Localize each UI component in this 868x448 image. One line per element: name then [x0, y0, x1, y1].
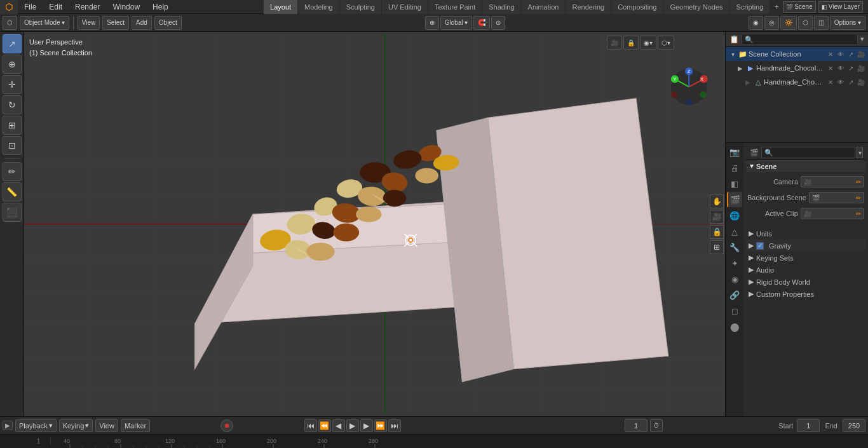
render-properties-icon[interactable]: 📷: [727, 144, 742, 160]
menu-edit[interactable]: Edit: [43, 0, 69, 14]
playback-button[interactable]: Playback ▾: [15, 419, 57, 432]
viewport[interactable]: X Y Z User Perspective: [24, 32, 725, 416]
keying-sets-collapsible[interactable]: ▶ Keying Sets: [746, 252, 865, 264]
record-button[interactable]: ⏺: [220, 419, 233, 432]
outliner-search-input[interactable]: [742, 34, 858, 45]
audio-collapsible[interactable]: ▶ Audio: [746, 264, 865, 276]
viewport-quad-view[interactable]: ⊞: [710, 240, 724, 254]
options-button[interactable]: Options ▾: [830, 16, 865, 30]
marker-button[interactable]: Marker: [121, 419, 150, 432]
start-frame-input[interactable]: 1: [797, 419, 820, 432]
viewport-shading-material[interactable]: ◎: [764, 16, 779, 30]
viewport-lock-view[interactable]: 🔒: [710, 225, 724, 239]
view-layer-selector[interactable]: ◧ View Layer: [818, 1, 863, 13]
data-properties-icon[interactable]: ◻: [727, 303, 742, 318]
play-button[interactable]: ▶: [346, 419, 359, 432]
tab-scripting[interactable]: Scripting: [730, 0, 770, 14]
units-collapsible[interactable]: ▶ Units: [746, 227, 865, 240]
view-menu-button[interactable]: View: [78, 16, 100, 30]
material-properties-icon[interactable]: ⬤: [727, 319, 742, 334]
measure-tool-button[interactable]: 📏: [3, 182, 22, 201]
expand-chocolates-box[interactable]: ▶: [736, 64, 745, 72]
menu-window[interactable]: Window: [106, 0, 146, 14]
keying-button[interactable]: Keying ▾: [59, 419, 93, 432]
next-keyframe-button[interactable]: ⏩: [374, 419, 387, 432]
background-scene-picker[interactable]: ✏: [856, 194, 861, 201]
tab-compositing[interactable]: Compositing: [611, 0, 663, 14]
add-menu-button[interactable]: Add: [132, 16, 152, 30]
tab-animation[interactable]: Animation: [522, 0, 566, 14]
outliner-scene-collection[interactable]: ▾ 📁 Scene Collection ✕ 👁 ↗ 🎥: [726, 47, 868, 61]
editor-type-button[interactable]: ⬡: [3, 16, 17, 30]
prev-keyframe-button[interactable]: ⏪: [318, 419, 331, 432]
select-menu-button[interactable]: Select: [102, 16, 129, 30]
tab-sculpting[interactable]: Sculpting: [340, 0, 381, 14]
add-workspace-button[interactable]: +: [770, 0, 783, 14]
move-tool-button[interactable]: ✛: [3, 75, 22, 94]
object-menu-button[interactable]: Object: [154, 16, 182, 30]
outliner-filter-btn[interactable]: ▾: [860, 35, 864, 43]
tab-texture-paint[interactable]: Texture Paint: [428, 0, 482, 14]
menu-file[interactable]: File: [18, 0, 43, 14]
scene-section-header[interactable]: ▾ Scene: [746, 160, 865, 172]
select-tool-button[interactable]: ↗: [3, 34, 22, 53]
gravity-collapsible[interactable]: ▶ ✓ Gravity: [746, 240, 865, 252]
object-mode-button[interactable]: Object Mode ▾: [20, 16, 69, 30]
tab-layout[interactable]: Layout: [264, 0, 297, 14]
tab-geometry-nodes[interactable]: Geometry Nodes: [663, 0, 729, 14]
outliner-restrict-icon[interactable]: ✕: [826, 50, 835, 58]
add-cube-button[interactable]: ⬛: [3, 203, 22, 222]
tab-rendering[interactable]: Rendering: [566, 0, 611, 14]
item-eye-icon-2[interactable]: 👁: [836, 78, 845, 86]
output-properties-icon[interactable]: 🖨: [727, 160, 742, 175]
scale-tool-button[interactable]: ⊞: [3, 116, 22, 135]
camera-value[interactable]: 🎥 ✏: [801, 176, 864, 187]
scene-selector[interactable]: 🎬 Scene: [783, 1, 815, 13]
item-camera-icon-2[interactable]: 🎥: [857, 78, 865, 86]
item-camera-icon-1[interactable]: 🎥: [857, 64, 865, 72]
world-properties-icon[interactable]: 🌐: [727, 208, 742, 223]
cursor-tool-button[interactable]: ⊕: [3, 55, 22, 74]
menu-render[interactable]: Render: [69, 0, 106, 14]
current-frame-display[interactable]: 1: [625, 419, 648, 432]
editor-type-timeline[interactable]: ▶: [3, 421, 13, 430]
jump-end-button[interactable]: ⏭: [388, 419, 401, 432]
viewport-grab-hand[interactable]: ✋: [710, 194, 724, 208]
expand-chocolates-mesh[interactable]: ▶: [743, 78, 752, 86]
outliner-item-chocolates-box[interactable]: ▶ ▶ Handmade_Chocolates_Box... ✕ 👁 ↗ 🎥: [726, 61, 868, 75]
item-restrict-icon-1[interactable]: ✕: [826, 64, 835, 72]
outliner-eye-icon[interactable]: 👁: [836, 50, 845, 58]
outliner-item-chocolates-mesh[interactable]: ▶ △ Handmade_Chocolates_B... ✕ 👁 ↗ 🎥: [726, 75, 868, 89]
rotate-tool-button[interactable]: ↻: [3, 95, 22, 114]
item-select-icon-2[interactable]: ↗: [846, 78, 855, 86]
active-clip-picker[interactable]: ✏: [856, 210, 861, 217]
transform-tool-button[interactable]: ⊡: [3, 136, 22, 155]
rigid-body-world-collapsible[interactable]: ▶ Rigid Body World: [746, 276, 865, 288]
item-select-icon-1[interactable]: ↗: [846, 64, 855, 72]
props-filter-button[interactable]: ▾: [857, 147, 863, 158]
props-search-input[interactable]: [761, 147, 855, 158]
jump-start-button[interactable]: ⏮: [304, 419, 317, 432]
item-restrict-icon-2[interactable]: ✕: [826, 78, 835, 86]
prev-frame-button[interactable]: ◀: [332, 419, 345, 432]
active-clip-value[interactable]: 🎥 ✏: [801, 208, 864, 219]
particles-properties-icon[interactable]: ✦: [727, 255, 742, 271]
tab-shading[interactable]: Shading: [482, 0, 520, 14]
annotate-tool-button[interactable]: ✏: [3, 162, 22, 181]
xray-button[interactable]: ◫: [814, 16, 829, 30]
physics-properties-icon[interactable]: ◉: [727, 271, 742, 287]
item-eye-icon-1[interactable]: 👁: [836, 64, 845, 72]
tab-uv-editing[interactable]: UV Editing: [382, 0, 428, 14]
viewport-shading-rendered[interactable]: 🔆: [780, 16, 797, 30]
transform-btn-1[interactable]: ⊕: [425, 16, 439, 30]
viewport-shading-solid[interactable]: ◉: [749, 16, 763, 30]
object-properties-icon[interactable]: △: [727, 224, 742, 239]
end-frame-input[interactable]: 250: [843, 419, 865, 432]
modifier-properties-icon[interactable]: 🔧: [727, 240, 742, 255]
custom-properties-collapsible[interactable]: ▶ Custom Properties: [746, 288, 865, 300]
snap-button[interactable]: 🧲: [473, 16, 490, 30]
transform-orientation-button[interactable]: Global▾: [440, 16, 472, 30]
view-button[interactable]: View: [95, 419, 118, 432]
outliner-select-icon[interactable]: ↗: [846, 50, 855, 58]
viewport-shading-dropdown[interactable]: ◉▾: [640, 36, 656, 50]
